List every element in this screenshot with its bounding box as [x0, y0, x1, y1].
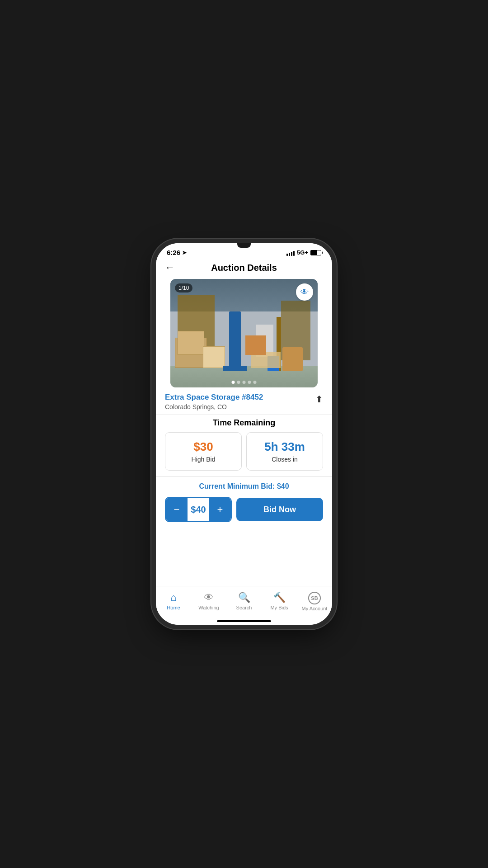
- nav-search[interactable]: 🔍 Search: [226, 590, 262, 613]
- time-cards: $30 High Bid 5h 33m Closes in: [165, 432, 323, 471]
- image-counter: 1/10: [175, 283, 192, 292]
- network-type: 5G+: [297, 249, 308, 256]
- listing-text: Extra Space Storage #8452 Colorado Sprin…: [165, 393, 263, 410]
- box-2: [178, 331, 204, 355]
- nav-watching-label: Watching: [198, 605, 219, 610]
- watching-icon: 👁: [204, 592, 214, 604]
- nav-watching[interactable]: 👁 Watching: [191, 590, 226, 613]
- min-bid-value: $40: [277, 482, 289, 490]
- gallery-image: [170, 279, 318, 387]
- signal-bar-1: [286, 254, 288, 256]
- handtruck: [229, 311, 241, 371]
- gallery-wrapper: 1/10 👁: [156, 279, 332, 387]
- listing-title: Extra Space Storage #8452: [165, 393, 263, 402]
- bid-stepper: − $40 +: [165, 497, 232, 522]
- closes-value: 5h 33m: [251, 440, 318, 454]
- phone-frame: 6:26 ➤ 5G+ ← Auction Details: [156, 243, 332, 625]
- closes-card: 5h 33m Closes in: [246, 432, 323, 471]
- my-bids-icon: 🔨: [273, 592, 286, 604]
- content-area: 1/10 👁: [156, 279, 332, 586]
- battery-fill: [311, 250, 317, 255]
- page-title: Auction Details: [181, 263, 307, 273]
- screen: 6:26 ➤ 5G+ ← Auction Details: [156, 243, 332, 625]
- stepper-value: $40: [188, 505, 209, 515]
- nav-my-bids[interactable]: 🔨 My Bids: [262, 590, 297, 613]
- nav-home[interactable]: ⌂ Home: [156, 590, 191, 613]
- basket: [282, 347, 303, 371]
- signal-bar-3: [291, 252, 292, 256]
- bid-controls: − $40 + Bid Now: [165, 497, 323, 522]
- home-indicator: [217, 620, 271, 622]
- signal-bar-2: [289, 253, 290, 256]
- bid-now-button[interactable]: Bid Now: [236, 498, 323, 521]
- account-avatar: SB: [308, 592, 321, 604]
- min-bid-label: Current Minimum Bid: $40: [165, 482, 323, 491]
- increment-button[interactable]: +: [209, 498, 231, 521]
- bottom-nav: ⌂ Home 👁 Watching 🔍 Search 🔨 My Bids SB …: [156, 586, 332, 620]
- decrement-button[interactable]: −: [166, 498, 188, 521]
- status-time: 6:26 ➤: [167, 249, 187, 256]
- time-section-label: Time Remaining: [165, 418, 323, 428]
- nav-search-label: Search: [236, 605, 252, 610]
- home-icon: ⌂: [170, 592, 176, 604]
- dot-2[interactable]: [237, 381, 240, 384]
- nav-account-label: My Account: [302, 606, 328, 611]
- handtruck-base: [223, 366, 247, 371]
- location-icon: ➤: [182, 250, 187, 256]
- bid-section: Current Minimum Bid: $40 − $40 + Bid Now: [156, 476, 332, 529]
- header: ← Auction Details: [156, 258, 332, 279]
- time-section: Time Remaining $30 High Bid 5h 33m Close…: [156, 415, 332, 476]
- listing-info: Extra Space Storage #8452 Colorado Sprin…: [156, 387, 332, 414]
- camera-notch: [237, 243, 251, 248]
- watch-button[interactable]: 👁: [296, 283, 313, 301]
- high-bid-value: $30: [170, 440, 237, 454]
- high-bid-card: $30 High Bid: [165, 432, 242, 471]
- nav-my-account[interactable]: SB My Account: [297, 590, 332, 613]
- battery-icon: [310, 250, 321, 255]
- box-3: [203, 346, 225, 368]
- closes-label: Closes in: [251, 456, 318, 463]
- signal-bars: [286, 250, 295, 256]
- eye-icon: 👁: [300, 288, 309, 297]
- high-bid-label: High Bid: [170, 456, 237, 463]
- dot-1[interactable]: [232, 381, 235, 384]
- dot-3[interactable]: [243, 381, 246, 384]
- dot-4[interactable]: [248, 381, 251, 384]
- status-icons: 5G+: [286, 249, 321, 256]
- gallery-dots: [232, 381, 257, 384]
- dot-5[interactable]: [253, 381, 257, 384]
- nav-home-label: Home: [167, 605, 180, 610]
- back-button[interactable]: ←: [165, 262, 181, 274]
- search-icon: 🔍: [238, 592, 250, 604]
- listing-location: Colorado Springs, CO: [165, 403, 263, 410]
- clutter-2: [245, 335, 266, 355]
- share-button[interactable]: ⬆: [315, 394, 323, 405]
- signal-bar-4: [293, 251, 295, 256]
- image-gallery[interactable]: 1/10 👁: [170, 279, 318, 387]
- nav-my-bids-label: My Bids: [270, 605, 288, 610]
